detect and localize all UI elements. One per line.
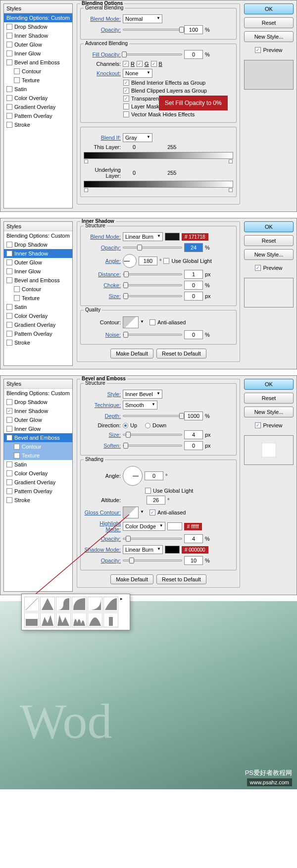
blend-clipped-checkbox[interactable]: ✓ <box>123 88 129 94</box>
shadow-color-swatch[interactable] <box>165 546 180 554</box>
highlight-opacity-slider[interactable] <box>123 538 182 540</box>
checkbox[interactable] <box>14 68 20 74</box>
new-style-button[interactable]: New Style... <box>244 249 294 260</box>
anti-aliased-checkbox[interactable]: ✓ <box>149 510 155 515</box>
size-slider[interactable] <box>123 434 182 436</box>
style-inner-glow[interactable]: Inner Glow <box>4 267 72 276</box>
ok-button[interactable]: OK <box>244 3 294 14</box>
style-outer-glow[interactable]: Outer Glow <box>4 40 72 49</box>
style-pattern-overlay[interactable]: Pattern Overlay <box>4 487 72 496</box>
channel-g-checkbox[interactable]: ✓ <box>137 61 143 67</box>
blend-interior-checkbox[interactable]: ✓ <box>123 80 129 86</box>
ok-button[interactable]: OK <box>244 221 294 232</box>
soften-slider[interactable] <box>123 445 182 447</box>
style-stroke[interactable]: Stroke <box>4 496 72 505</box>
anti-aliased-checkbox[interactable] <box>149 319 155 325</box>
reset-button[interactable]: Reset <box>244 235 294 246</box>
transparency-shapes-checkbox[interactable]: ✓ <box>123 96 129 102</box>
preview-checkbox[interactable]: ✓ <box>255 265 261 271</box>
style-pattern-overlay[interactable]: Pattern Overlay <box>4 111 72 120</box>
style-texture[interactable]: Texture <box>4 76 72 85</box>
technique-select[interactable]: Smooth <box>123 401 157 409</box>
contour-preset[interactable] <box>40 597 55 612</box>
style-inner-shadow[interactable]: ✓Inner Shadow <box>4 407 72 415</box>
depth-input[interactable]: 1000 <box>184 411 203 420</box>
contour-preset[interactable] <box>103 613 118 627</box>
ok-button[interactable]: OK <box>244 379 294 390</box>
size-slider[interactable] <box>123 295 182 297</box>
style-inner-shadow[interactable]: ✓Inner Shadow <box>4 249 72 258</box>
make-default-button[interactable]: Make Default <box>110 349 153 358</box>
style-inner-glow[interactable]: Inner Glow <box>4 424 72 433</box>
style-select[interactable]: Inner Bevel <box>123 390 162 399</box>
style-gradient-overlay[interactable]: Gradient Overlay <box>4 320 72 329</box>
contour-preset[interactable] <box>88 597 102 612</box>
underlying-layer-gradient[interactable] <box>84 181 233 188</box>
angle-input[interactable]: 0 <box>145 471 163 480</box>
opacity-slider[interactable] <box>123 29 182 31</box>
contour-preset[interactable] <box>56 613 71 627</box>
color-swatch[interactable] <box>165 233 180 241</box>
style-stroke[interactable]: Stroke <box>4 120 72 129</box>
checkbox[interactable] <box>6 33 12 39</box>
style-outer-glow[interactable]: Outer Glow <box>4 258 72 267</box>
choke-input[interactable]: 0 <box>184 281 203 290</box>
angle-input[interactable]: 180 <box>139 256 157 265</box>
reset-button[interactable]: Reset <box>244 17 294 28</box>
opacity-input[interactable]: 100 <box>184 25 203 34</box>
style-contour[interactable]: Contour <box>4 285 72 294</box>
checkbox[interactable] <box>6 95 12 101</box>
distance-input[interactable]: 1 <box>184 270 203 279</box>
blend-mode-select[interactable]: Linear Burn <box>123 232 163 241</box>
style-pattern-overlay[interactable]: Pattern Overlay <box>4 329 72 338</box>
blend-if-select[interactable]: Gray <box>123 133 152 142</box>
altitude-input[interactable]: 26 <box>147 496 165 505</box>
style-gradient-overlay[interactable]: Gradient Overlay <box>4 478 72 487</box>
size-input[interactable]: 0 <box>184 292 203 301</box>
choke-slider[interactable] <box>123 284 182 286</box>
style-color-overlay[interactable]: Color Overlay <box>4 469 72 478</box>
opacity-slider[interactable] <box>123 247 182 249</box>
contour-preset[interactable] <box>24 597 39 612</box>
channel-b-checkbox[interactable]: ✓ <box>151 61 157 67</box>
global-light-checkbox[interactable] <box>163 258 169 264</box>
style-contour[interactable]: Contour <box>4 442 72 451</box>
contour-preset[interactable] <box>40 613 55 627</box>
popup-arrow-icon[interactable]: ▸ <box>119 596 124 612</box>
fill-opacity-slider[interactable] <box>123 53 182 55</box>
checkbox[interactable] <box>6 42 12 48</box>
checkbox[interactable] <box>6 113 12 119</box>
noise-slider[interactable] <box>123 334 182 336</box>
depth-slider[interactable] <box>123 415 182 417</box>
checkbox[interactable] <box>6 104 12 110</box>
checkbox[interactable] <box>6 86 12 92</box>
checkbox[interactable] <box>6 51 12 56</box>
reset-default-button[interactable]: Reset to Default <box>156 574 206 584</box>
reset-button[interactable]: Reset <box>244 393 294 404</box>
gloss-contour-picker[interactable] <box>123 507 139 518</box>
style-contour[interactable]: Contour <box>4 67 72 76</box>
style-bevel-emboss[interactable]: ✓Bevel and Emboss <box>4 433 72 442</box>
checkbox[interactable] <box>6 59 12 65</box>
contour-preset[interactable] <box>88 613 102 627</box>
style-color-overlay[interactable]: Color Overlay <box>4 94 72 102</box>
contour-preset[interactable] <box>72 597 87 612</box>
new-style-button[interactable]: New Style... <box>244 31 294 42</box>
preview-checkbox[interactable]: ✓ <box>255 422 261 428</box>
highlight-opacity-input[interactable]: 4 <box>184 534 203 543</box>
style-drop-shadow[interactable]: Drop Shadow <box>4 22 72 31</box>
style-gradient-overlay[interactable]: Gradient Overlay <box>4 102 72 111</box>
style-blending-options[interactable]: Blending Options: Custom <box>4 389 72 398</box>
distance-slider[interactable] <box>123 273 182 275</box>
contour-preset[interactable] <box>56 597 71 612</box>
direction-down-radio[interactable] <box>145 423 150 428</box>
reset-default-button[interactable]: Reset to Default <box>156 349 206 358</box>
contour-preset-popup[interactable]: ▸ <box>21 594 130 630</box>
contour-preset[interactable] <box>24 613 39 627</box>
shadow-opacity-input[interactable]: 10 <box>184 556 203 565</box>
contour-picker[interactable] <box>123 316 139 328</box>
style-drop-shadow[interactable]: Drop Shadow <box>4 398 72 407</box>
style-color-overlay[interactable]: Color Overlay <box>4 311 72 320</box>
style-satin[interactable]: Satin <box>4 85 72 94</box>
soften-input[interactable]: 0 <box>184 441 203 450</box>
